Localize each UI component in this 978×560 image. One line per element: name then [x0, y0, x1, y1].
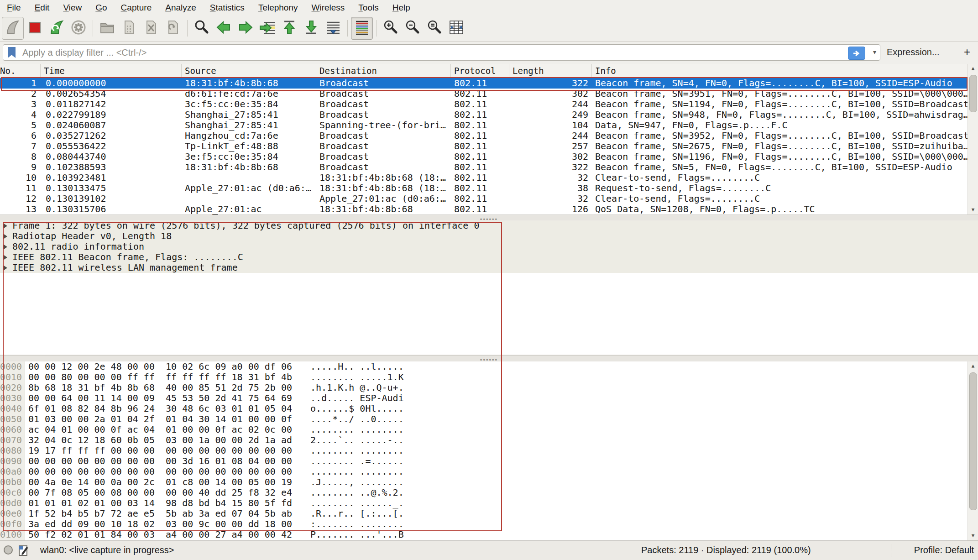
- restart-capture-button[interactable]: [46, 17, 68, 40]
- hex-bytes[interactable]: 01 01 01 02 01 00 03 14 98 d8 bd b4 15 8…: [28, 498, 292, 508]
- hex-ascii[interactable]: ........ ........: [310, 445, 404, 456]
- open-capture-file-button[interactable]: [96, 17, 118, 40]
- detail-tree-row-3[interactable]: 802.11 radio information: [0, 241, 978, 252]
- packet-row-3[interactable]: 30.0118271423c:f5:cc:0e:35:84Broadcast80…: [0, 99, 978, 110]
- hex-bytes[interactable]: 19 17 ff ff ff 00 00 00 00 00 00 00 00 0…: [28, 445, 292, 456]
- zoom-out-button[interactable]: [402, 17, 424, 40]
- expand-arrow-icon[interactable]: [3, 244, 7, 250]
- hex-row-0010[interactable]: 001000 00 80 00 00 00 ff ff ff ff ff ff …: [0, 372, 978, 382]
- packet-row-8[interactable]: 80.0804437403e:f5:cc:0e:35:84Broadcast80…: [0, 152, 978, 162]
- filter-bookmark-icon[interactable]: [8, 47, 16, 58]
- hex-bytes[interactable]: 32 04 0c 12 18 60 0b 05 03 00 1a 00 00 2…: [28, 435, 292, 445]
- hex-row-0020[interactable]: 00208b 68 18 31 bf 4b 8b 68 40 00 85 51 …: [0, 382, 978, 393]
- column-header-source[interactable]: Source: [182, 64, 316, 78]
- expression-button[interactable]: Expression...: [887, 47, 940, 58]
- hex-row-00e0[interactable]: 00e01f 52 b4 b5 b7 72 ae e5 5b ab 3a ed …: [0, 508, 978, 519]
- hex-row-0080[interactable]: 008019 17 ff ff ff 00 00 00 00 00 00 00 …: [0, 445, 978, 456]
- hex-row-00f0[interactable]: 00f03a ed dd 09 00 10 18 02 03 00 9c 00 …: [0, 519, 978, 529]
- detail-tree-row-2[interactable]: Radiotap Header v0, Length 18: [0, 231, 978, 241]
- hex-row-0100[interactable]: 010050 f2 02 01 01 84 00 03 a4 00 00 27 …: [0, 529, 978, 540]
- packet-row-2[interactable]: 20.002654354d6:61:fe:cd:7a:6eBroadcast80…: [0, 89, 978, 99]
- hex-bytes[interactable]: 1f 52 b4 b5 b7 72 ae e5 5b ab 3a ed 07 0…: [28, 508, 292, 519]
- colorize-packets-button[interactable]: [351, 17, 373, 40]
- hex-ascii[interactable]: ........ ........: [310, 466, 404, 477]
- packet-row-1[interactable]: 10.00000000018:31:bf:4b:8b:68Broadcast80…: [0, 78, 978, 89]
- hex-row-00a0[interactable]: 00a000 00 00 00 00 00 00 00 00 00 00 00 …: [0, 466, 978, 477]
- hex-bytes[interactable]: 3a ed dd 09 00 10 18 02 03 00 9c 00 00 d…: [28, 519, 292, 529]
- packet-bytes-scrollbar[interactable]: ▲ ▼: [968, 361, 978, 540]
- hex-ascii[interactable]: ........ ........: [310, 424, 404, 435]
- zoom-reset-button[interactable]: [424, 17, 445, 40]
- details-bytes-splitter[interactable]: ••••••: [0, 355, 978, 362]
- detail-tree-row-4[interactable]: IEEE 802.11 Beacon frame, Flags: .......…: [0, 252, 978, 262]
- hex-bytes[interactable]: 00 00 12 00 2e 48 00 00 10 02 6c 09 a0 0…: [28, 361, 292, 372]
- find-packet-button[interactable]: [191, 17, 213, 40]
- reload-capture-file-button[interactable]: [162, 17, 184, 40]
- packet-row-9[interactable]: 90.10238859318:31:bf:4b:8b:68Broadcast80…: [0, 162, 978, 173]
- hex-row-0060[interactable]: 0060ac 04 01 00 00 0f ac 04 01 00 00 0f …: [0, 424, 978, 435]
- hex-row-0030[interactable]: 003000 00 64 00 11 14 00 09 45 53 50 2d …: [0, 393, 978, 403]
- hex-ascii[interactable]: P....... ...'...B: [310, 529, 404, 540]
- auto-scroll-button[interactable]: [322, 17, 344, 40]
- hex-ascii[interactable]: ........ ......_.: [310, 498, 404, 508]
- column-header-length[interactable]: Length: [509, 64, 592, 78]
- hex-ascii[interactable]: .J....., ........: [310, 477, 404, 487]
- hex-bytes[interactable]: 00 4a 0e 14 00 0a 00 2c 01 c8 00 14 00 0…: [28, 477, 292, 487]
- hex-ascii[interactable]: ..d..... ESP-Audi: [310, 393, 404, 403]
- hex-ascii[interactable]: :....... ........: [310, 519, 404, 529]
- menu-item-go[interactable]: Go: [89, 1, 114, 15]
- column-header-time[interactable]: Time: [41, 64, 182, 78]
- filter-history-caret-icon[interactable]: ▾: [873, 48, 876, 56]
- hex-ascii[interactable]: .h.1.K.h @..Q-u+.: [310, 382, 404, 393]
- resize-columns-button[interactable]: [445, 17, 467, 40]
- hex-bytes[interactable]: 00 7f 08 05 00 08 00 00 00 00 40 dd 25 f…: [28, 487, 292, 498]
- hex-ascii[interactable]: .....H.. ..l.....: [310, 361, 404, 372]
- hex-row-00b0[interactable]: 00b000 4a 0e 14 00 0a 00 2c 01 c8 00 14 …: [0, 477, 978, 487]
- go-forward-button[interactable]: [235, 17, 256, 40]
- expand-arrow-icon[interactable]: [3, 223, 7, 229]
- column-header-no[interactable]: No.: [0, 64, 41, 78]
- menu-item-edit[interactable]: Edit: [28, 1, 57, 15]
- menu-item-help[interactable]: Help: [386, 1, 417, 15]
- packet-row-11[interactable]: 110.130133475Apple_27:01:ac (d0:a6:…18:3…: [0, 183, 978, 194]
- column-header-destination[interactable]: Destination: [316, 64, 451, 78]
- packet-row-7[interactable]: 70.055536422Tp-LinkT_ef:48:88Broadcast80…: [0, 141, 978, 152]
- hex-row-00c0[interactable]: 00c000 7f 08 05 00 08 00 00 00 00 40 dd …: [0, 487, 978, 498]
- hex-row-0040[interactable]: 00406f 01 08 82 84 8b 96 24 30 48 6c 03 …: [0, 403, 978, 414]
- scroll-up-icon[interactable]: ▲: [968, 361, 978, 371]
- zoom-in-button[interactable]: [380, 17, 402, 40]
- go-first-packet-button[interactable]: [278, 17, 300, 40]
- hex-bytes[interactable]: 00 00 00 00 00 00 00 00 00 3d 16 01 08 0…: [28, 456, 292, 466]
- hex-ascii[interactable]: ........ .....1.K: [310, 372, 404, 382]
- start-capture-button[interactable]: [2, 17, 24, 40]
- packet-row-10[interactable]: 100.10392348118:31:bf:4b:8b:68 (18:…802.…: [0, 173, 978, 183]
- add-filter-button[interactable]: +: [964, 46, 970, 58]
- hex-row-0000[interactable]: 000000 00 12 00 2e 48 00 00 10 02 6c 09 …: [0, 361, 978, 372]
- hex-row-0050[interactable]: 005001 03 00 00 2a 01 04 2f 01 04 30 14 …: [0, 414, 978, 424]
- menu-item-file[interactable]: File: [0, 1, 28, 15]
- packet-row-5[interactable]: 50.024060087Shanghai_27:85:41Spanning-tr…: [0, 120, 978, 131]
- hex-row-00d0[interactable]: 00d001 01 01 02 01 00 03 14 98 d8 bd b4 …: [0, 498, 978, 508]
- hex-row-0090[interactable]: 009000 00 00 00 00 00 00 00 00 3d 16 01 …: [0, 456, 978, 466]
- detail-tree-row-1[interactable]: Frame 1: 322 bytes on wire (2576 bits), …: [0, 220, 978, 231]
- expand-arrow-icon[interactable]: [3, 255, 7, 260]
- menu-item-telephony[interactable]: Telephony: [251, 1, 305, 15]
- menu-item-analyze[interactable]: Analyze: [158, 1, 203, 15]
- packet-row-12[interactable]: 120.130139102Apple_27:01:ac (d0:a6:…802.…: [0, 194, 978, 204]
- menu-item-tools[interactable]: Tools: [351, 1, 385, 15]
- save-capture-file-button[interactable]: [118, 17, 140, 40]
- scrollbar-thumb[interactable]: [969, 372, 977, 510]
- hex-bytes[interactable]: 50 f2 02 01 01 84 00 03 a4 00 00 27 a4 0…: [28, 529, 292, 540]
- packet-row-13[interactable]: 130.130315706Apple_27:01:ac18:31:bf:4b:8…: [0, 204, 978, 215]
- capture-comment-icon[interactable]: [18, 544, 29, 559]
- column-header-protocol[interactable]: Protocol: [451, 64, 509, 78]
- go-back-button[interactable]: [213, 17, 235, 40]
- capture-options-button[interactable]: [68, 17, 89, 40]
- hex-row-0070[interactable]: 007032 04 0c 12 18 60 0b 05 03 00 1a 00 …: [0, 435, 978, 445]
- expand-arrow-icon[interactable]: [3, 234, 7, 239]
- expert-info-icon[interactable]: [4, 545, 13, 555]
- hex-bytes[interactable]: 6f 01 08 82 84 8b 96 24 30 48 6c 03 01 0…: [28, 403, 292, 414]
- display-filter-input[interactable]: Apply a display filter ... <Ctrl-/> ▾: [3, 44, 880, 61]
- menu-item-wireless[interactable]: Wireless: [305, 1, 352, 15]
- menu-item-statistics[interactable]: Statistics: [203, 1, 251, 15]
